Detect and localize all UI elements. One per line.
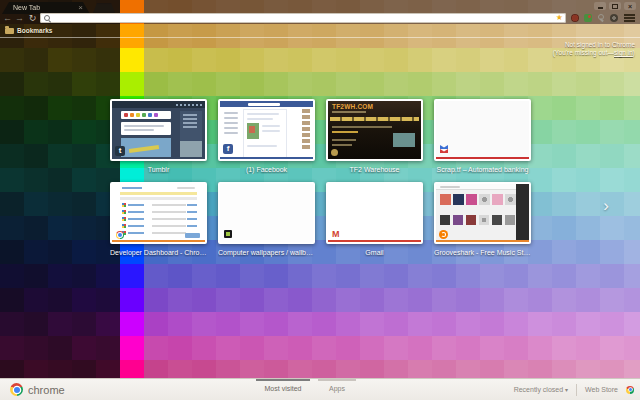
- chrome-logo-icon: [10, 383, 23, 396]
- thumbnail-caption: Developer Dashboard - Chrome ...: [110, 248, 207, 257]
- omnibox: ★: [40, 13, 566, 23]
- forward-button[interactable]: →: [14, 13, 25, 23]
- restore-icon: [612, 4, 618, 9]
- thumbnail-tf2-warehouse[interactable]: TF2WH.COM TF2 Warehouse: [326, 99, 423, 174]
- thumbnail-developer-dashboard[interactable]: Developer Dashboard - Chrome ...: [110, 182, 207, 257]
- wallbase-logo: [224, 230, 232, 238]
- signin-line1: Not signed in to Chrome: [553, 41, 635, 49]
- omnibox-input[interactable]: [54, 13, 544, 23]
- bookmarks-folder[interactable]: Bookmarks: [17, 24, 52, 37]
- gmail-logo: M: [332, 230, 340, 239]
- bookmarks-bar: Bookmarks: [0, 24, 640, 38]
- thumbnail-scrap-tf[interactable]: Scrap.tf – Automated banking: [434, 99, 531, 174]
- next-page-arrow[interactable]: ›: [598, 196, 614, 216]
- chrome-menu-icon[interactable]: [624, 14, 635, 22]
- chrome-wordmark: chrome: [28, 384, 65, 396]
- thumbnail-caption: Gmail: [326, 248, 423, 257]
- extension-icon-3[interactable]: [597, 14, 605, 22]
- web-store-link[interactable]: Web Store: [585, 386, 618, 393]
- tf2wh-site-title: TF2WH.COM: [332, 103, 373, 110]
- folder-icon: [5, 28, 14, 34]
- web-store-icon: [626, 386, 634, 394]
- most-visited-grid: t Tumblr f (1) Facebook: [110, 99, 531, 257]
- browser-window: New Tab × × ← → ↻ ★ Bookmarks Not signed…: [0, 0, 640, 400]
- thumbnail-caption: TF2 Warehouse: [326, 165, 423, 174]
- thumbnail-grooveshark[interactable]: Grooveshark - Free Music Strea...: [434, 182, 531, 257]
- facebook-logo: f: [223, 144, 233, 154]
- scrap-tf-logo: [440, 145, 448, 154]
- window-controls: ×: [594, 2, 636, 10]
- extension-icon-2[interactable]: [584, 14, 592, 22]
- footer-separator: [576, 384, 577, 396]
- minimize-icon: [598, 7, 603, 9]
- tab-apps[interactable]: Apps: [318, 379, 356, 400]
- thumbnail-caption: Tumblr: [110, 165, 207, 174]
- footer-bar: chrome Most visited Apps Recently closed…: [0, 378, 640, 400]
- minimize-button[interactable]: [594, 2, 606, 10]
- chrome-brand: chrome: [10, 379, 65, 400]
- close-button[interactable]: ×: [624, 2, 636, 10]
- tumblr-logo: t: [115, 146, 125, 156]
- thumbnail-caption: Computer wallpapers / wallbase.cc: [218, 248, 315, 257]
- footer-right: Recently closed ▾ Web Store: [514, 379, 634, 400]
- chevron-down-icon: ▾: [565, 387, 568, 393]
- search-icon: [44, 15, 50, 21]
- thumbnail-caption: (1) Facebook: [218, 165, 315, 174]
- recently-closed-menu[interactable]: Recently closed ▾: [514, 386, 568, 393]
- thumbnail-caption: Scrap.tf – Automated banking: [434, 165, 531, 174]
- thumbnail-facebook[interactable]: f (1) Facebook: [218, 99, 315, 174]
- close-icon: ×: [628, 3, 632, 10]
- restore-button[interactable]: [609, 2, 621, 10]
- grooveshark-logo: [439, 230, 448, 239]
- extension-icon-4[interactable]: [610, 14, 618, 22]
- bookmark-star-icon[interactable]: ★: [556, 13, 563, 23]
- back-button[interactable]: ←: [2, 13, 13, 23]
- thumbnail-wallbase[interactable]: Computer wallpapers / wallbase.cc: [218, 182, 315, 257]
- chrome-mini-logo: [116, 231, 124, 239]
- reload-button[interactable]: ↻: [27, 13, 38, 23]
- tab-most-visited[interactable]: Most visited: [256, 379, 310, 400]
- signin-line2: (You're missing out—sign in): [553, 49, 635, 57]
- thumbnail-caption: Grooveshark - Free Music Strea...: [434, 248, 531, 257]
- thumbnail-tumblr[interactable]: t Tumblr: [110, 99, 207, 174]
- sign-in-link[interactable]: sign in: [614, 49, 633, 56]
- extension-icon-1[interactable]: [571, 14, 579, 22]
- signin-notice: Not signed in to Chrome (You're missing …: [553, 41, 635, 57]
- thumbnail-gmail[interactable]: M Gmail: [326, 182, 423, 257]
